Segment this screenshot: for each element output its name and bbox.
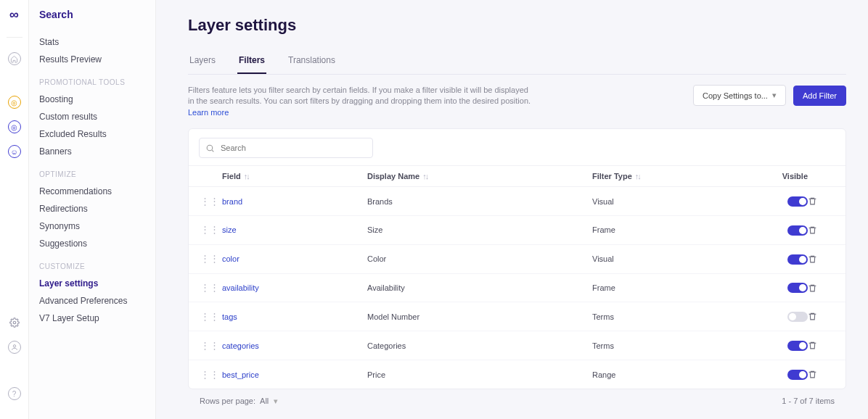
rail-ring1-icon[interactable]: ◎ xyxy=(8,120,21,133)
sidebar-item-custom-results[interactable]: Custom results xyxy=(39,108,155,125)
rows-per-page-select[interactable]: All ▾ xyxy=(260,397,278,406)
sort-icon: ↑↓ xyxy=(635,172,640,181)
tab-layers[interactable]: Layers xyxy=(188,49,217,74)
drag-handle-icon[interactable]: ⋮⋮ xyxy=(200,224,219,235)
table-row: ⋮⋮ color Color Visual xyxy=(189,245,846,274)
rail-home-icon[interactable] xyxy=(8,52,21,65)
tab-filters[interactable]: Filters xyxy=(237,49,266,74)
delete-icon[interactable] xyxy=(808,225,834,235)
sidebar-section-label: PROMOTIONAL TOOLS xyxy=(39,78,155,86)
table-row: ⋮⋮ best_price Price Range xyxy=(189,360,846,389)
svg-point-2 xyxy=(207,145,213,151)
visible-toggle[interactable] xyxy=(787,254,808,265)
tab-translations[interactable]: Translations xyxy=(287,49,337,74)
rail-gear-icon[interactable] xyxy=(8,316,21,329)
svg-point-0 xyxy=(13,321,16,324)
chevron-down-icon: ▾ xyxy=(274,397,278,405)
visible-toggle[interactable] xyxy=(787,196,808,207)
drag-handle-icon[interactable]: ⋮⋮ xyxy=(200,253,219,264)
sidebar-item-boosting[interactable]: Boosting xyxy=(39,91,155,108)
field-link[interactable]: tags xyxy=(222,312,237,321)
page-description: Filters feature lets you filter search b… xyxy=(188,85,536,118)
sidebar-item-suggestions[interactable]: Suggestions xyxy=(39,235,155,252)
filters-table-card: Field↑↓ Display Name↑↓ Filter Type↑↓ Vis… xyxy=(188,128,846,389)
rail-ring2-icon[interactable]: ☺ xyxy=(8,145,21,158)
drag-handle-icon[interactable]: ⋮⋮ xyxy=(200,369,219,380)
learn-more-link[interactable]: Learn more xyxy=(188,108,229,117)
delete-icon[interactable] xyxy=(808,196,834,206)
sidebar-item-results-preview[interactable]: Results Preview xyxy=(39,51,155,68)
copy-settings-button[interactable]: Copy Settings to... ▾ xyxy=(693,85,786,106)
display-name-cell: Price xyxy=(367,370,592,379)
app-logo-icon: ∞ xyxy=(9,7,19,22)
visible-toggle[interactable] xyxy=(787,283,808,293)
drag-handle-icon[interactable]: ⋮⋮ xyxy=(200,282,219,293)
sidebar-item-redirections[interactable]: Redirections xyxy=(39,200,155,217)
sort-icon: ↑↓ xyxy=(244,172,249,181)
table-row: ⋮⋮ size Size Frame xyxy=(189,216,846,245)
drag-handle-icon[interactable]: ⋮⋮ xyxy=(200,196,219,207)
field-link[interactable]: size xyxy=(222,225,237,234)
drag-handle-icon[interactable]: ⋮⋮ xyxy=(200,311,219,322)
sort-icon: ↑↓ xyxy=(422,172,427,181)
visible-toggle[interactable] xyxy=(787,370,808,380)
table-row: ⋮⋮ tags Model Number Terms xyxy=(189,302,846,331)
col-type-header[interactable]: Filter Type↑↓ xyxy=(592,172,764,181)
field-link[interactable]: best_price xyxy=(222,370,259,379)
filter-type-cell: Visual xyxy=(592,254,764,263)
sidebar-item-layer-settings[interactable]: Layer settings xyxy=(39,275,155,292)
delete-icon[interactable] xyxy=(808,341,834,350)
rail-target-icon[interactable]: ◎ xyxy=(8,96,21,109)
display-name-cell: Size xyxy=(367,225,592,234)
sidebar-item-stats[interactable]: Stats xyxy=(39,33,155,51)
field-link[interactable]: availability xyxy=(222,283,259,292)
rail-account-icon[interactable] xyxy=(8,341,21,354)
field-link[interactable]: color xyxy=(222,254,239,263)
filter-type-cell: Terms xyxy=(592,341,764,350)
table-row: ⋮⋮ categories Categories Terms xyxy=(189,331,846,360)
filter-type-cell: Frame xyxy=(592,283,764,292)
delete-icon[interactable] xyxy=(808,370,834,379)
table-row: ⋮⋮ availability Availability Frame xyxy=(189,274,846,303)
delete-icon[interactable] xyxy=(808,283,834,293)
sidebar: Search StatsResults PreviewPROMOTIONAL T… xyxy=(29,0,156,419)
field-link[interactable]: categories xyxy=(222,341,259,350)
table-row: ⋮⋮ brand Brands Visual xyxy=(189,187,846,216)
sidebar-item-recommendations[interactable]: Recommendations xyxy=(39,183,155,200)
delete-icon[interactable] xyxy=(808,312,834,321)
filter-type-cell: Range xyxy=(592,370,764,379)
visible-toggle[interactable] xyxy=(787,225,808,236)
sidebar-section-label: OPTIMIZE xyxy=(39,170,155,178)
sidebar-item-v7-layer-setup[interactable]: V7 Layer Setup xyxy=(39,310,155,327)
sidebar-item-banners[interactable]: Banners xyxy=(39,143,155,160)
table-search-input[interactable] xyxy=(219,143,367,153)
visible-toggle[interactable] xyxy=(787,312,808,322)
tabs: LayersFiltersTranslations xyxy=(188,49,846,75)
sidebar-item-excluded-results[interactable]: Excluded Results xyxy=(39,125,155,143)
col-display-header[interactable]: Display Name↑↓ xyxy=(367,172,592,181)
col-field-header[interactable]: Field↑↓ xyxy=(222,172,367,181)
sidebar-item-synonyms[interactable]: Synonyms xyxy=(39,217,155,235)
display-name-cell: Categories xyxy=(367,341,592,350)
icon-rail: ∞ ◎ ◎ ☺ ? xyxy=(0,0,29,419)
table-search[interactable] xyxy=(199,138,373,158)
filter-type-cell: Terms xyxy=(592,312,764,321)
add-filter-button[interactable]: Add Filter xyxy=(793,86,846,106)
table-header: Field↑↓ Display Name↑↓ Filter Type↑↓ Vis… xyxy=(189,165,846,187)
filter-type-cell: Visual xyxy=(592,197,764,206)
drag-handle-icon[interactable]: ⋮⋮ xyxy=(200,340,219,351)
main-content: Layer settings LayersFiltersTranslations… xyxy=(156,0,868,419)
filter-type-cell: Frame xyxy=(592,225,764,234)
field-link[interactable]: brand xyxy=(222,197,242,206)
sidebar-item-advanced-preferences[interactable]: Advanced Preferences xyxy=(39,292,155,310)
visible-toggle[interactable] xyxy=(787,341,808,351)
col-visible-header: Visible xyxy=(764,172,808,181)
rail-help-icon[interactable]: ? xyxy=(8,387,21,400)
page-title: Layer settings xyxy=(188,16,846,35)
delete-icon[interactable] xyxy=(808,254,834,264)
sidebar-section-label: CUSTOMIZE xyxy=(39,262,155,270)
rows-per-page-label: Rows per page: xyxy=(200,397,255,405)
add-filter-label: Add Filter xyxy=(803,91,837,100)
svg-point-1 xyxy=(13,345,15,347)
display-name-cell: Brands xyxy=(367,197,592,206)
